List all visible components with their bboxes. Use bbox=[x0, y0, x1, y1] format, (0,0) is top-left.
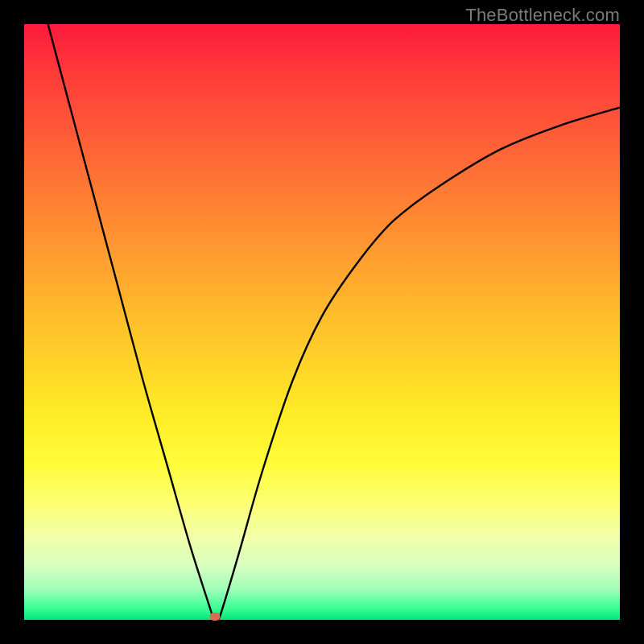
curve-svg bbox=[24, 24, 620, 620]
minimum-marker bbox=[209, 613, 220, 621]
chart-frame: TheBottleneck.com bbox=[0, 0, 644, 644]
plot-area bbox=[24, 24, 620, 620]
watermark-label: TheBottleneck.com bbox=[465, 5, 620, 26]
bottleneck-curve bbox=[48, 24, 620, 620]
